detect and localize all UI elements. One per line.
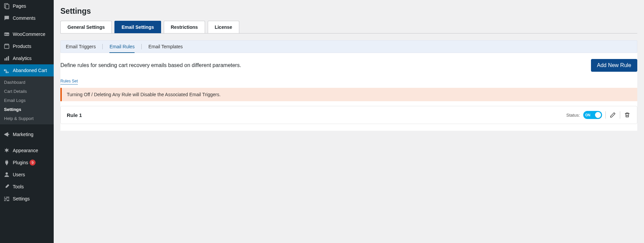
admin-sidebar: Pages Comments Woo WooCommerce Products … [0, 0, 54, 243]
sidebar-item-appearance[interactable]: Appearance [0, 144, 54, 157]
sidebar-item-settings[interactable]: Settings [0, 193, 54, 205]
description-text: Define rules for sending cart recovery e… [60, 62, 241, 68]
settings-panel: Email Triggers Email Rules Email Templat… [60, 40, 637, 131]
sidebar-item-marketing[interactable]: Marketing [0, 128, 54, 140]
sidebar-item-label: Settings [13, 196, 30, 201]
plugins-update-badge: 9 [30, 160, 36, 166]
svg-point-16 [7, 198, 8, 199]
divider [141, 44, 142, 49]
appearance-icon [3, 147, 10, 154]
rule-row: Rule 1 Status: ON [60, 106, 637, 124]
svg-point-11 [6, 172, 8, 175]
svg-point-10 [8, 134, 9, 135]
sidebar-item-abandoned-cart[interactable]: ELEx Abandoned Cart [0, 64, 54, 76]
main-content: Settings General Settings Email Settings… [54, 0, 644, 243]
sidebar-submenu: Dashboard Cart Details Email Logs Settin… [0, 76, 54, 124]
sidebar-item-label: Plugins [13, 160, 28, 165]
sidebar-item-pages[interactable]: Pages [0, 0, 54, 12]
svg-rect-6 [6, 57, 7, 61]
sidebar-item-label: Marketing [13, 132, 33, 137]
warning-box: Turning Off / Deleting Any Rule will Dis… [60, 88, 637, 101]
sidebar-item-label: WooCommerce [13, 32, 45, 37]
tab-general-settings[interactable]: General Settings [60, 21, 112, 33]
sidebar-sub-dashboard[interactable]: Dashboard [0, 78, 54, 87]
svg-rect-12 [4, 197, 9, 198]
status-toggle[interactable]: ON [583, 111, 602, 119]
settings-icon [3, 195, 10, 202]
sidebar-item-woocommerce[interactable]: Woo WooCommerce [0, 28, 54, 40]
rule-name: Rule 1 [67, 112, 82, 118]
pages-icon [3, 3, 10, 9]
woocommerce-icon: Woo [3, 31, 10, 38]
warning-text: Turning Off / Deleting Any Rule will Dis… [67, 92, 220, 97]
delete-rule-button[interactable] [624, 111, 631, 119]
sidebar-item-tools[interactable]: Tools [0, 181, 54, 193]
sub-tabs: Email Triggers Email Rules Email Templat… [60, 40, 637, 53]
subtab-email-templates[interactable]: Email Templates [148, 41, 183, 53]
top-tabs: General Settings Email Settings Restrict… [60, 21, 637, 34]
tools-icon [3, 183, 10, 190]
svg-rect-1 [6, 4, 9, 9]
sidebar-sub-settings[interactable]: Settings [0, 105, 54, 114]
rule-actions: Status: ON [566, 111, 631, 119]
add-new-rule-button[interactable]: Add New Rule [591, 59, 637, 72]
description-row: Define rules for sending cart recovery e… [60, 53, 637, 78]
divider [102, 44, 103, 49]
sidebar-item-label: Comments [13, 15, 36, 21]
svg-text:Woo: Woo [4, 33, 9, 36]
page-title: Settings [60, 7, 637, 16]
sidebar-item-comments[interactable]: Comments [0, 12, 54, 24]
sidebar-item-label: Users [13, 172, 25, 177]
toggle-knob [595, 112, 601, 118]
svg-rect-7 [8, 56, 9, 60]
rules-set-section: Rules Set Turning Off / Deleting Any Rul… [60, 78, 637, 124]
toggle-on-label: ON [585, 113, 590, 117]
comments-icon [3, 15, 10, 21]
sidebar-sub-help[interactable]: Help & Support [0, 114, 54, 123]
sidebar-item-label: Analytics [13, 56, 32, 61]
products-icon [3, 43, 10, 50]
svg-text:Ex: Ex [6, 71, 9, 74]
sidebar-item-users[interactable]: Users [0, 169, 54, 181]
svg-point-17 [6, 200, 7, 201]
status-label: Status: [566, 113, 580, 118]
svg-rect-5 [4, 58, 5, 61]
sidebar-item-label: Tools [13, 184, 24, 189]
rules-set-label: Rules Set [60, 79, 78, 84]
tab-email-settings[interactable]: Email Settings [114, 21, 161, 33]
elex-icon: ELEx [3, 67, 10, 74]
sidebar-item-label: Pages [13, 3, 26, 9]
edit-rule-button[interactable] [609, 111, 616, 119]
tab-restrictions[interactable]: Restrictions [164, 21, 205, 33]
plugins-icon [3, 159, 10, 166]
subtab-email-rules[interactable]: Email Rules [109, 41, 135, 53]
subtab-email-triggers[interactable]: Email Triggers [66, 41, 96, 53]
sidebar-item-label: Appearance [13, 148, 38, 153]
marketing-icon [3, 131, 10, 138]
analytics-icon [3, 55, 10, 62]
sidebar-item-analytics[interactable]: Analytics [0, 52, 54, 64]
users-icon [3, 171, 10, 178]
sidebar-sub-email-logs[interactable]: Email Logs [0, 96, 54, 105]
sidebar-item-label: Products [13, 44, 31, 49]
svg-rect-13 [4, 198, 9, 199]
sidebar-item-label: Abandoned Cart [13, 68, 47, 73]
sidebar-item-products[interactable]: Products [0, 40, 54, 52]
divider [605, 111, 606, 119]
sidebar-sub-cart-details[interactable]: Cart Details [0, 87, 54, 96]
divider [620, 111, 620, 119]
svg-point-15 [5, 197, 6, 198]
sidebar-item-plugins[interactable]: Plugins 9 [0, 157, 54, 169]
tab-license[interactable]: License [208, 21, 239, 33]
svg-rect-4 [4, 45, 9, 49]
